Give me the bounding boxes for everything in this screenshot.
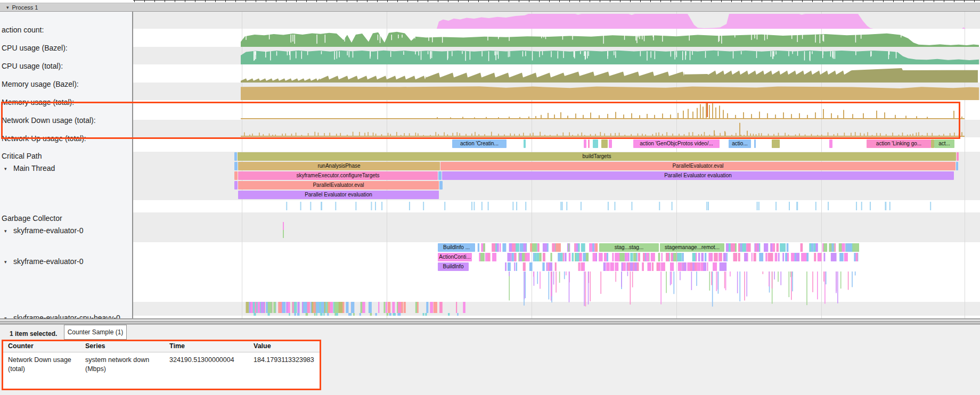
- ruler-tick: [529, 0, 529, 2]
- ruler-tick: [701, 0, 701, 2]
- trace-slice-labeled[interactable]: BuildInfo ...: [438, 243, 475, 252]
- trace-slice-labeled[interactable]: act...: [934, 139, 954, 148]
- ruler-tick: [792, 0, 793, 2]
- sidebar-item-label: Garbage Collector: [2, 214, 62, 223]
- trace-slice-labeled[interactable]: action 'GenObjcProtos video/...: [633, 139, 720, 148]
- sidebar-item-main-thread[interactable]: ▾Main Thread: [0, 164, 131, 172]
- column-header-counter[interactable]: Counter: [8, 342, 80, 350]
- sidebar-item-label: action count:: [2, 26, 44, 34]
- ruler-tick: [752, 0, 752, 2]
- track-row-bg: [133, 200, 980, 212]
- track-row-bg: [133, 137, 980, 152]
- selection-status: 1 item selected.: [10, 330, 57, 338]
- ruler-tick: [681, 0, 681, 2]
- trace-slice[interactable]: [772, 139, 780, 148]
- ruler-tick: [660, 0, 661, 2]
- chevron-down-icon[interactable]: ▾: [4, 259, 12, 265]
- ruler-tick: [276, 0, 276, 2]
- trace-viewer-app: ▾ Process 1 action 'Creatin...action 'Ge…: [0, 0, 980, 395]
- sidebar-item-memory-usage-total[interactable]: Memory usage (total):: [0, 98, 131, 106]
- trace-slice-labeled[interactable]: stag...stag...: [599, 243, 659, 252]
- sidebar-item-label: skyframe-evaluator-0: [13, 257, 84, 266]
- sidebar-item-critical-path[interactable]: Critical Path: [0, 152, 131, 160]
- chevron-down-icon[interactable]: ▾: [4, 166, 12, 171]
- column-header-time[interactable]: Time: [169, 342, 249, 350]
- track-row-bg: [133, 29, 980, 47]
- chevron-down-icon[interactable]: ▾: [6, 5, 9, 10]
- sidebar-item-skyframe-evaluator-0[interactable]: ▾skyframe-evaluator-0: [0, 226, 131, 235]
- process-header[interactable]: ▾ Process 1: [0, 3, 980, 12]
- cell-value: 184.1793113323983: [254, 356, 317, 365]
- sidebar-item-label: Network Down usage (total):: [2, 116, 96, 125]
- trace-slice[interactable]: [956, 162, 958, 170]
- trace-slice[interactable]: [234, 171, 238, 180]
- ruler-tick: [175, 0, 175, 2]
- sidebar-item-label: CPU usage (total):: [2, 62, 63, 70]
- ruler-tick: [246, 0, 246, 2]
- ruler-tick: [205, 0, 206, 2]
- trace-slice-labeled[interactable]: ParallelEvaluator.eval: [238, 181, 439, 190]
- ruler-tick: [306, 0, 307, 2]
- trace-slice[interactable]: [439, 181, 443, 190]
- ruler-tick: [387, 0, 388, 2]
- counter-sample-table: Counter Series Time Value Network Down u…: [2, 340, 321, 390]
- sidebar-item-network-down-usage-total[interactable]: Network Down usage (total):: [0, 116, 131, 125]
- ruler-tick: [671, 0, 671, 2]
- trace-slice[interactable]: [234, 162, 238, 170]
- trace-slice-labeled[interactable]: action 'Linking go...: [867, 139, 931, 148]
- ruler-tick: [569, 0, 570, 2]
- trace-slice[interactable]: [524, 139, 526, 148]
- sidebar-item-action-count[interactable]: action count:: [0, 26, 131, 34]
- trace-slice[interactable]: [957, 152, 959, 161]
- ruler-tick: [509, 0, 509, 2]
- trace-slice[interactable]: [234, 152, 237, 161]
- ruler-tick: [873, 0, 873, 2]
- ruler-tick: [144, 0, 145, 2]
- trace-slice-labeled[interactable]: ActionConti...: [438, 253, 472, 261]
- trace-slice-labeled[interactable]: runAnalysisPhase: [238, 162, 440, 170]
- ruler-tick: [924, 0, 924, 2]
- trace-slice[interactable]: [588, 139, 590, 148]
- ruler-tick: [286, 0, 287, 2]
- track-row-bg: [133, 64, 980, 83]
- trace-slice[interactable]: [438, 171, 442, 180]
- trace-slice-labeled[interactable]: skyframeExecutor.configureTargets: [238, 171, 438, 180]
- trace-slice[interactable]: [609, 139, 612, 148]
- trace-slice-labeled[interactable]: Parallel Evaluator evaluation: [442, 171, 954, 180]
- sidebar-item-memory-usage-bazel[interactable]: Memory usage (Bazel):: [0, 80, 131, 88]
- ruler-tick: [468, 0, 469, 2]
- trace-slice[interactable]: [584, 139, 586, 148]
- column-header-series[interactable]: Series: [85, 342, 162, 350]
- sidebar-item-label: Network Up usage (total):: [2, 134, 86, 143]
- trace-slice[interactable]: [234, 181, 238, 190]
- ruler-tick: [630, 0, 631, 2]
- sidebar-item-garbage-collector[interactable]: Garbage Collector: [0, 214, 131, 223]
- sidebar-item-cpu-usage-bazel[interactable]: CPU usage (Bazel):: [0, 44, 131, 52]
- trace-slice[interactable]: [593, 139, 598, 148]
- ruler-tick: [256, 0, 256, 2]
- trace-slice-labeled[interactable]: BuildInfo: [438, 262, 469, 271]
- trace-slice-labeled[interactable]: buildTargets: [238, 152, 956, 161]
- trace-slice-labeled[interactable]: Parallel Evaluator evaluation: [238, 191, 439, 199]
- trace-slice[interactable]: [754, 139, 756, 148]
- chevron-down-icon[interactable]: ▾: [4, 228, 12, 234]
- trace-slice-labeled[interactable]: actio...: [729, 139, 751, 148]
- trace-slice[interactable]: [829, 139, 832, 148]
- track-row-bg: [133, 302, 980, 316]
- sidebar-item-cpu-usage-total[interactable]: CPU usage (total):: [0, 62, 131, 70]
- process-label: Process 1: [12, 4, 38, 11]
- ruler-tick: [974, 0, 975, 2]
- trace-main-area: action 'Creatin...action 'GenObjcProtos …: [0, 12, 980, 318]
- trace-slice-labeled[interactable]: stagemanage...remot...: [660, 243, 724, 252]
- track-row-bg: [133, 47, 980, 64]
- panel-splitter[interactable]: [0, 318, 980, 325]
- sidebar-item-network-up-usage-total[interactable]: Network Up usage (total):: [0, 134, 131, 143]
- trace-slice[interactable]: [601, 139, 608, 148]
- ruler-tick: [731, 0, 732, 2]
- trace-slice-labeled[interactable]: ParallelEvaluator.eval: [440, 162, 956, 170]
- tab-counter-sample[interactable]: Counter Sample (1): [64, 325, 127, 340]
- sidebar-item-label: Critical Path: [2, 152, 42, 160]
- column-header-value[interactable]: Value: [254, 342, 317, 350]
- sidebar-item-skyframe-evaluator-0[interactable]: ▾skyframe-evaluator-0: [0, 257, 131, 266]
- trace-slice-labeled[interactable]: action 'Creatin...: [452, 139, 507, 148]
